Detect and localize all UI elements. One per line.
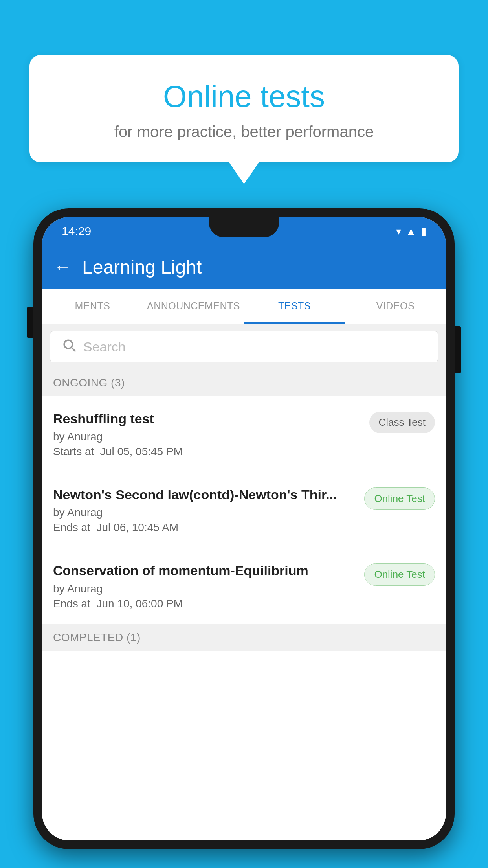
ongoing-section-header: ONGOING (3) xyxy=(42,370,446,396)
bubble-subtitle: for more practice, better performance xyxy=(49,123,439,141)
search-container: Search xyxy=(42,324,446,370)
tab-announcements[interactable]: ANNOUNCEMENTS xyxy=(143,289,244,324)
tab-ments[interactable]: MENTS xyxy=(42,289,143,324)
status-time: 14:29 xyxy=(62,224,91,238)
test-badge-1: Class Test xyxy=(369,412,435,433)
test-author-1: by Anurag xyxy=(53,430,361,443)
test-title-3: Conservation of momentum-Equilibrium xyxy=(53,562,356,579)
back-button[interactable]: ← xyxy=(54,257,71,277)
speech-bubble: Online tests for more practice, better p… xyxy=(29,55,459,162)
app-bar-title: Learning Light xyxy=(82,256,202,278)
test-item-2[interactable]: Newton's Second law(contd)-Newton's Thir… xyxy=(42,472,446,548)
completed-header-text: COMPLETED (1) xyxy=(53,631,141,644)
test-author-3: by Anurag xyxy=(53,583,356,595)
test-list: Reshuffling test by Anurag Starts at Jul… xyxy=(42,396,446,840)
wifi-icon: ▾ xyxy=(396,225,401,237)
test-title-1: Reshuffling test xyxy=(53,410,361,427)
phone-mockup: 14:29 ▾ ▲ ▮ ← Learning Light MENTS ANNOU… xyxy=(33,208,455,868)
ongoing-header-text: ONGOING (3) xyxy=(53,377,125,389)
svg-line-1 xyxy=(72,348,75,351)
completed-section-header: COMPLETED (1) xyxy=(42,624,446,651)
tab-videos[interactable]: VIDEOS xyxy=(345,289,446,324)
tabs-bar: MENTS ANNOUNCEMENTS TESTS VIDEOS xyxy=(42,289,446,324)
test-badge-2: Online Test xyxy=(364,487,435,510)
test-author-2: by Anurag xyxy=(53,506,356,519)
test-title-2: Newton's Second law(contd)-Newton's Thir… xyxy=(53,486,356,503)
app-bar: ← Learning Light xyxy=(42,245,446,289)
search-bar[interactable]: Search xyxy=(50,331,438,362)
battery-icon: ▮ xyxy=(421,225,426,237)
bubble-title: Online tests xyxy=(49,79,439,114)
signal-icon: ▲ xyxy=(406,225,416,237)
tab-tests[interactable]: TESTS xyxy=(244,289,345,324)
test-item-3-content: Conservation of momentum-Equilibrium by … xyxy=(53,562,356,610)
test-item-2-content: Newton's Second law(contd)-Newton's Thir… xyxy=(53,486,356,534)
phone-screen: 14:29 ▾ ▲ ▮ ← Learning Light MENTS ANNOU… xyxy=(42,217,446,840)
phone-outer: 14:29 ▾ ▲ ▮ ← Learning Light MENTS ANNOU… xyxy=(33,208,455,849)
notch xyxy=(209,217,279,237)
status-icons: ▾ ▲ ▮ xyxy=(396,225,426,237)
speech-bubble-container: Online tests for more practice, better p… xyxy=(29,55,459,162)
test-item-1-content: Reshuffling test by Anurag Starts at Jul… xyxy=(53,410,361,458)
search-placeholder: Search xyxy=(83,339,126,355)
search-icon xyxy=(62,338,76,356)
test-item-3[interactable]: Conservation of momentum-Equilibrium by … xyxy=(42,548,446,624)
test-time-2: Ends at Jul 06, 10:45 AM xyxy=(53,521,356,534)
test-time-1: Starts at Jul 05, 05:45 PM xyxy=(53,445,361,458)
test-badge-3: Online Test xyxy=(364,563,435,586)
test-time-3: Ends at Jun 10, 06:00 PM xyxy=(53,598,356,610)
status-bar: 14:29 ▾ ▲ ▮ xyxy=(42,217,446,245)
test-item-1[interactable]: Reshuffling test by Anurag Starts at Jul… xyxy=(42,396,446,472)
